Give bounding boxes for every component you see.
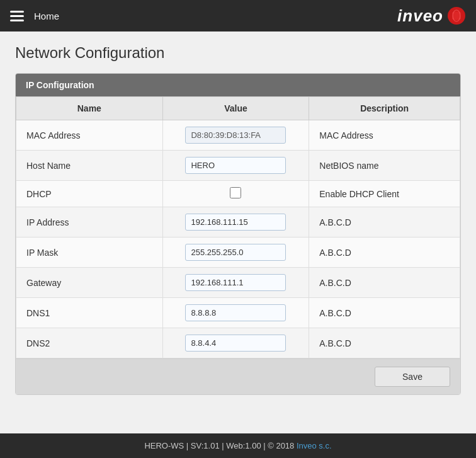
card-footer: Save: [16, 358, 460, 394]
row-description-cell: MAC Address: [309, 120, 460, 151]
row-name-cell: DHCP: [16, 181, 163, 207]
table-header-row: Name Value Description: [16, 97, 460, 120]
dhcp-checkbox[interactable]: [230, 187, 241, 198]
row-name-cell: MAC Address: [16, 120, 163, 151]
page-title: Network Configuration: [15, 44, 461, 62]
row-value-cell: [162, 181, 309, 207]
row-value-cell: [162, 238, 309, 268]
row-value-cell: [162, 120, 309, 151]
value-input-host-name[interactable]: [185, 157, 286, 174]
row-value-cell: [162, 298, 309, 328]
row-description-cell: A.B.C.D: [309, 268, 460, 298]
table-row: DNS1A.B.C.D: [16, 298, 460, 328]
row-description-cell: Enable DHCP Client: [309, 181, 460, 207]
row-value-cell: [162, 207, 309, 238]
table-row: DHCPEnable DHCP Client: [16, 181, 460, 207]
menu-icon[interactable]: [10, 11, 24, 21]
col-header-name: Name: [16, 97, 163, 120]
row-name-cell: Host Name: [16, 151, 163, 181]
header-left: Home: [10, 11, 59, 21]
value-input-dns1[interactable]: [185, 304, 286, 321]
footer: HERO-WS | SV:1.01 | Web:1.00 | © 2018 In…: [0, 433, 476, 458]
value-input-dns2[interactable]: [185, 335, 286, 352]
row-description-cell: A.B.C.D: [309, 328, 460, 358]
table-row: IP MaskA.B.C.D: [16, 238, 460, 268]
row-name-cell: IP Address: [16, 207, 163, 238]
footer-link[interactable]: Inveo s.c.: [297, 441, 332, 450]
row-name-cell: DNS2: [16, 328, 163, 358]
table-row: DNS2A.B.C.D: [16, 328, 460, 358]
row-description-cell: A.B.C.D: [309, 238, 460, 268]
footer-text: HERO-WS | SV:1.01 | Web:1.00 | © 2018: [144, 441, 297, 450]
header: Home inveo: [0, 0, 476, 31]
col-header-description: Description: [309, 97, 460, 120]
table-row: IP AddressA.B.C.D: [16, 207, 460, 238]
row-name-cell: Gateway: [16, 268, 163, 298]
config-table: Name Value Description MAC AddressMAC Ad…: [16, 96, 460, 358]
table-row: Host NameNetBIOS name: [16, 151, 460, 181]
value-input-gateway[interactable]: [185, 274, 286, 291]
home-link[interactable]: Home: [34, 11, 59, 21]
network-config-card: IP Configuration Name Value Description …: [15, 73, 461, 395]
card-header: IP Configuration: [16, 74, 460, 96]
row-value-cell: [162, 268, 309, 298]
table-row: GatewayA.B.C.D: [16, 268, 460, 298]
save-button[interactable]: Save: [375, 367, 450, 387]
row-value-cell: [162, 328, 309, 358]
value-input-mac-address[interactable]: [185, 127, 286, 144]
main-content: Network Configuration IP Configuration N…: [0, 31, 476, 433]
value-input-ip-address[interactable]: [185, 214, 286, 231]
logo-text: inveo: [397, 6, 443, 26]
row-description-cell: A.B.C.D: [309, 298, 460, 328]
logo-icon: [447, 6, 466, 25]
row-description-cell: NetBIOS name: [309, 151, 460, 181]
table-row: MAC AddressMAC Address: [16, 120, 460, 151]
col-header-value: Value: [162, 97, 309, 120]
row-value-cell: [162, 151, 309, 181]
row-name-cell: IP Mask: [16, 238, 163, 268]
value-input-ip-mask[interactable]: [185, 244, 286, 261]
logo: inveo: [397, 6, 466, 26]
row-description-cell: A.B.C.D: [309, 207, 460, 238]
row-name-cell: DNS1: [16, 298, 163, 328]
